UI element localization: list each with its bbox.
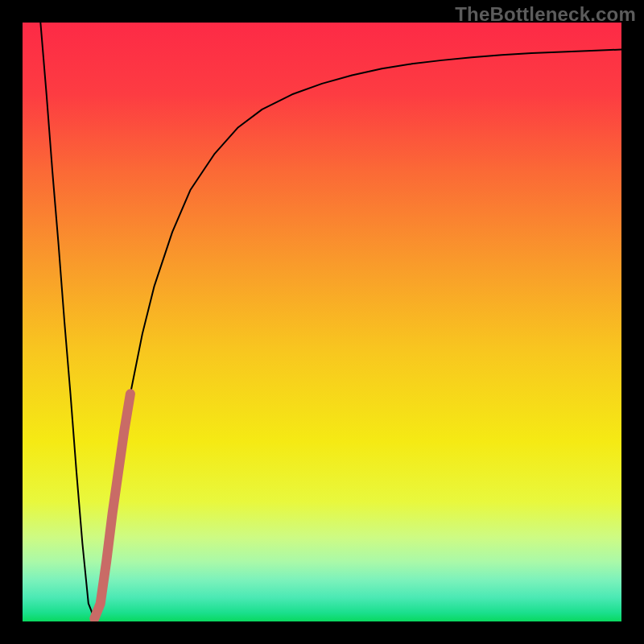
chart-svg: [23, 23, 621, 621]
plot-area: [23, 23, 621, 621]
watermark-text: TheBottleneck.com: [455, 3, 636, 26]
chart-frame: TheBottleneck.com: [0, 0, 644, 644]
